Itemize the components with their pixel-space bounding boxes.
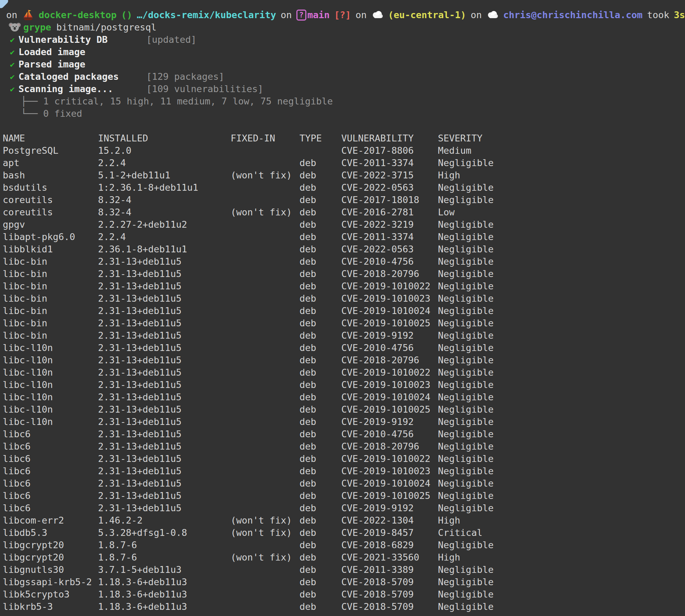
table-cell: 1.18.3-6+deb11u3 <box>98 601 231 613</box>
table-cell: Negligible <box>438 157 685 169</box>
table-row: coreutils8.32-4(won't fix)debCVE-2016-27… <box>0 206 685 218</box>
table-row: libc62.31-13+deb11u5debCVE-2019-1010025N… <box>0 490 685 502</box>
table-row: libdb5.35.3.28+dfsg1-0.8(won't fix)debCV… <box>0 527 685 539</box>
table-cell: CVE-2018-20796 <box>341 440 438 453</box>
table-cell: Negligible <box>438 181 685 194</box>
table-cell: deb <box>299 280 341 292</box>
status-label: Scanning image... <box>19 83 113 95</box>
table-cell: deb <box>299 564 341 576</box>
table-cell: deb <box>299 539 341 551</box>
table-cell: gpgv <box>3 218 98 231</box>
table-cell: Negligible <box>438 453 685 465</box>
table-cell: CVE-2010-4756 <box>341 342 438 354</box>
table-cell: High <box>438 169 685 181</box>
table-row: libc-l10n2.31-13+deb11u5debCVE-2019-1010… <box>0 379 685 391</box>
table-cell: 2.31-13+deb11u5 <box>98 502 231 514</box>
table-cell: libc-l10n <box>3 416 98 428</box>
table-cell: 2.31-13+deb11u5 <box>98 379 231 391</box>
table-cell: CVE-2021-33560 <box>341 551 438 564</box>
table-cell: (won't fix) <box>231 206 299 218</box>
table-cell: 2.31-13+deb11u5 <box>98 490 231 502</box>
prompt-on-1: on <box>6 9 17 21</box>
table-cell: Negligible <box>438 218 685 231</box>
check-icon: ✔ <box>6 46 19 58</box>
table-cell: High <box>438 514 685 527</box>
table-cell: 2.31-13+deb11u5 <box>98 477 231 490</box>
table-cell: CVE-2017-18018 <box>341 194 438 206</box>
table-cell: CVE-2022-0563 <box>341 243 438 255</box>
check-icon: ✔ <box>6 83 19 95</box>
table-cell: deb <box>299 305 341 317</box>
table-cell: CVE-2010-4756 <box>341 428 438 440</box>
column-header-vulnerability: VULNERABILITY <box>341 132 438 144</box>
table-cell: CVE-2011-3389 <box>341 564 438 576</box>
table-cell: deb <box>299 477 341 490</box>
table-row: bsdutils1:2.36.1-8+deb11u1debCVE-2022-05… <box>0 181 685 194</box>
table-row: libc62.31-13+deb11u5debCVE-2019-9192Negl… <box>0 502 685 514</box>
table-cell: 2.31-13+deb11u5 <box>98 366 231 379</box>
table-cell: libgcrypt20 <box>3 551 98 564</box>
status-line: ✔ Parsed image <box>0 58 685 71</box>
command-args: bitnami/postgresql <box>56 21 157 34</box>
table-cell: CVE-2018-5709 <box>341 588 438 601</box>
table-cell: libc6 <box>3 502 98 514</box>
table-cell: deb <box>299 514 341 527</box>
status-label: Vulnerability DB <box>19 34 108 46</box>
table-cell: 1:2.36.1-8+deb11u1 <box>98 181 231 194</box>
table-row: libc-bin2.31-13+deb11u5debCVE-2018-20796… <box>0 268 685 280</box>
table-cell: libc-bin <box>3 280 98 292</box>
table-cell: deb <box>299 218 341 231</box>
current-path: …/docks-remix/kubeclarity <box>137 9 276 21</box>
table-row: libc-l10n2.31-13+deb11u5debCVE-2018-2079… <box>0 354 685 366</box>
command-line[interactable]: grype bitnami/postgresql <box>0 21 685 34</box>
table-cell: CVE-2019-1010022 <box>341 280 438 292</box>
table-cell: PostgreSQL <box>3 144 98 157</box>
table-cell: Negligible <box>438 231 685 243</box>
table-cell: 2.31-13+deb11u5 <box>98 403 231 416</box>
table-cell: deb <box>299 194 341 206</box>
table-row: libc-bin2.31-13+deb11u5debCVE-2019-10100… <box>0 305 685 317</box>
check-icon: ✔ <box>6 71 19 83</box>
fixed-count: 0 fixed <box>43 108 82 120</box>
table-cell: CVE-2018-20796 <box>341 354 438 366</box>
table-cell: Critical <box>438 527 685 539</box>
table-cell: deb <box>299 502 341 514</box>
table-cell: bash <box>3 169 98 181</box>
table-cell: Negligible <box>438 354 685 366</box>
table-cell: 5.1-2+deb11u1 <box>98 169 231 181</box>
table-cell: CVE-2019-9192 <box>341 502 438 514</box>
table-cell: 2.31-13+deb11u5 <box>98 416 231 428</box>
table-cell: 1.46.2-2 <box>98 514 231 527</box>
table-cell: Negligible <box>438 428 685 440</box>
table-cell: CVE-2011-3374 <box>341 231 438 243</box>
table-cell: libgssapi-krb5-2 <box>3 576 98 588</box>
column-header-fixed-in: FIXED-IN <box>231 132 299 144</box>
table-cell: deb <box>299 317 341 329</box>
table-cell: 2.31-13+deb11u5 <box>98 280 231 292</box>
table-cell: Negligible <box>438 268 685 280</box>
terminal-screen[interactable]: { "prompt": { "on1": "on", "context": "d… <box>0 0 685 616</box>
table-cell: deb <box>299 601 341 613</box>
table-cell: libc-l10n <box>3 391 98 403</box>
table-cell: Negligible <box>438 379 685 391</box>
table-row: libc62.31-13+deb11u5debCVE-2019-1010022N… <box>0 453 685 465</box>
table-cell: Negligible <box>438 539 685 551</box>
table-cell: 1.8.7-6 <box>98 539 231 551</box>
table-cell: CVE-2022-0563 <box>341 181 438 194</box>
table-cell: Negligible <box>438 601 685 613</box>
table-row: libgcrypt201.8.7-6debCVE-2018-6829Neglig… <box>0 539 685 551</box>
prompt-on-4: on <box>470 9 482 21</box>
table-cell: 2.2.4 <box>98 231 231 243</box>
table-cell: coreutils <box>3 206 98 218</box>
table-cell: deb <box>299 243 341 255</box>
table-cell: deb <box>299 329 341 342</box>
vulnerability-table-body: PostgreSQL15.2.0CVE-2017-8806Mediumapt2.… <box>0 144 685 613</box>
table-cell: CVE-2019-1010024 <box>341 305 438 317</box>
cloud-icon <box>486 9 499 21</box>
table-cell: Negligible <box>438 317 685 329</box>
table-cell: CVE-2018-5709 <box>341 601 438 613</box>
column-header-type: TYPE <box>299 132 341 144</box>
table-cell: CVE-2019-1010024 <box>341 477 438 490</box>
table-cell: 3.7.1-5+deb11u3 <box>98 564 231 576</box>
table-cell: deb <box>299 416 341 428</box>
